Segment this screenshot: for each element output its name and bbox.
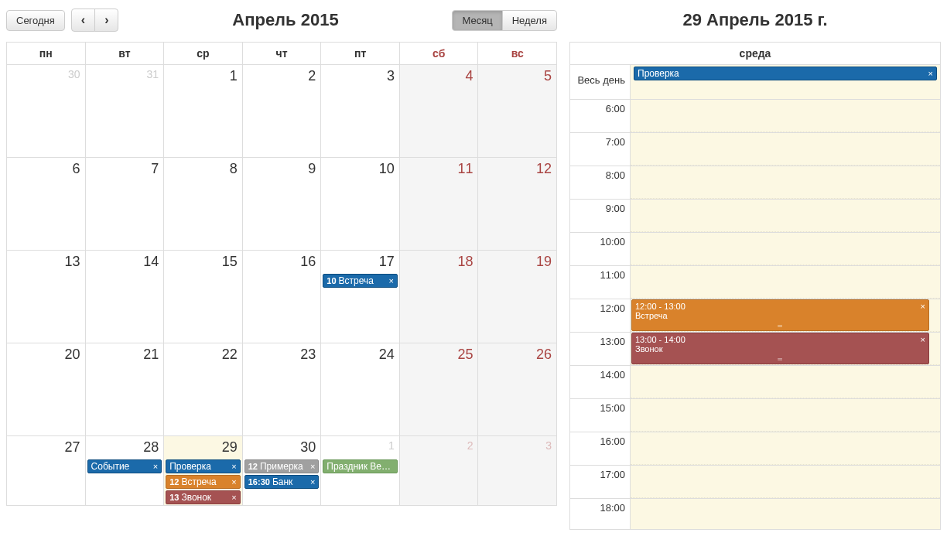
timed-event[interactable]: 12:00 - 13:00Встреча×═ [631,299,929,331]
calendar-day[interactable]: 16 [242,251,321,343]
calendar-day[interactable]: 4 [399,65,478,157]
close-icon[interactable]: × [310,462,315,471]
calendar-day[interactable]: 13 [7,251,85,343]
calendar-day[interactable]: 9 [242,158,321,250]
prev-button[interactable]: ‹ [71,9,95,32]
close-icon[interactable]: × [921,335,925,344]
resize-handle-icon[interactable]: ═ [778,356,783,363]
calendar-event[interactable]: 12Примерка× [244,459,320,473]
calendar-day[interactable]: 30 [7,65,85,157]
calendar-event[interactable]: Праздник Весны [323,459,398,473]
hour-slot[interactable] [631,233,940,265]
chevron-left-icon: ‹ [81,13,85,26]
close-icon[interactable]: × [231,477,236,487]
calendar-event[interactable]: Проверка× [166,459,241,473]
day-number: 20 [65,347,80,363]
calendar-day[interactable]: 12 [477,158,556,250]
chevron-right-icon: › [104,13,108,26]
calendar-day[interactable]: 28Событие× [85,436,164,505]
event-time-range: 13:00 - 14:00 [635,335,925,344]
hour-label: 6:00 [570,100,631,132]
calendar-event[interactable]: 12Встреча× [166,475,241,489]
calendar-day[interactable]: 29Проверка×12Встреча×13Звонок× [163,436,242,505]
hour-slot[interactable] [631,133,940,166]
hour-slot[interactable] [631,399,940,432]
calendar-day[interactable]: 19 [477,251,556,343]
day-number: 1 [230,68,238,84]
calendar-day[interactable]: 31 [85,65,164,157]
allday-event[interactable]: Проверка× [634,67,937,80]
hour-slot[interactable] [631,432,940,465]
event-title: Проверка [169,461,229,472]
close-icon[interactable]: × [153,462,158,471]
event-title: Встреча [339,275,387,286]
calendar-day[interactable]: 14 [85,251,164,343]
day-number: 18 [457,254,473,270]
calendar-day[interactable]: 22 [163,343,242,435]
hour-slot[interactable] [631,166,940,199]
calendar-event[interactable]: 16:30Банк× [244,475,320,489]
dow-header: ср [163,43,242,64]
calendar-day[interactable]: 18 [399,251,478,343]
hour-label: 16:00 [570,432,631,465]
calendar-day[interactable]: 11 [399,158,478,250]
calendar-day[interactable]: 24 [320,343,399,435]
calendar-day[interactable]: 8 [163,158,242,250]
calendar-day[interactable]: 1 [163,65,242,157]
close-icon[interactable]: × [928,69,933,78]
calendar-day[interactable]: 15 [163,251,242,343]
calendar-day[interactable]: 6 [7,158,85,250]
calendar-day[interactable]: 10 [320,158,399,250]
calendar-day[interactable]: 26 [477,343,556,435]
calendar-day[interactable]: 3012Примерка×16:30Банк× [242,436,321,505]
close-icon[interactable]: × [310,477,315,487]
next-button[interactable]: › [94,9,118,32]
dayview-scroll[interactable]: 6:007:008:009:0010:0011:0012:0013:0014:0… [570,100,940,529]
calendar-day[interactable]: 27 [7,436,85,505]
calendar-event[interactable]: Событие× [87,459,162,473]
calendar-event[interactable]: 10Встреча× [323,274,398,288]
hour-slot[interactable] [631,466,940,498]
view-week-button[interactable]: Неделя [502,10,557,31]
calendar-day[interactable]: 2 [242,65,321,157]
month-grid: пнвтсрчтптсбвс 3031123456789101112131415… [6,42,557,506]
calendar-day[interactable]: 20 [7,343,85,435]
allday-body[interactable]: Проверка× [631,65,940,99]
day-number: 7 [151,161,159,177]
calendar-day[interactable]: 3 [320,65,399,157]
calendar-day[interactable]: 7 [85,158,164,250]
hour-slot[interactable] [631,200,940,232]
hour-slot[interactable] [631,499,940,529]
day-number: 13 [65,254,80,270]
day-number: 29 [222,439,238,456]
hour-slot[interactable] [631,366,940,398]
hour-slot[interactable] [631,266,940,299]
calendar-day[interactable]: 25 [399,343,478,435]
event-title: Звонок [181,492,229,503]
day-number: 25 [457,347,473,363]
day-number: 26 [536,347,552,363]
hour-slot[interactable] [631,100,940,132]
close-icon[interactable]: × [231,462,236,471]
calendar-day[interactable]: 3 [477,436,556,505]
calendar-day[interactable]: 2 [399,436,478,505]
calendar-day[interactable]: 5 [477,65,556,157]
view-month-button[interactable]: Месяц [452,10,502,31]
close-icon[interactable]: × [231,493,236,502]
calendar-day[interactable]: 1710Встреча× [320,251,399,343]
calendar-day[interactable]: 1Праздник Весны [320,436,399,505]
calendar-event[interactable]: 13Звонок× [166,490,241,504]
event-title: Праздник Весны [326,461,394,472]
close-icon[interactable]: × [388,276,393,285]
calendar-day[interactable]: 23 [242,343,321,435]
calendar-day[interactable]: 21 [85,343,164,435]
today-button[interactable]: Сегодня [6,10,65,31]
hour-label: 7:00 [570,133,631,166]
close-icon[interactable]: × [921,302,925,311]
resize-handle-icon[interactable]: ═ [778,323,783,330]
event-title: Банк [272,476,308,487]
day-number: 19 [536,254,552,270]
day-number: 10 [379,161,395,177]
dayview-title: 29 Апрель 2015 г. [569,6,941,34]
timed-event[interactable]: 13:00 - 14:00Звонок×═ [631,333,929,364]
